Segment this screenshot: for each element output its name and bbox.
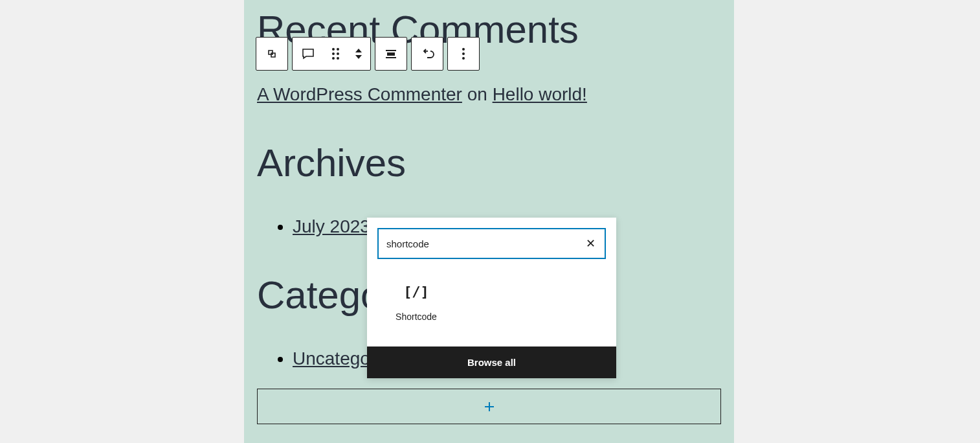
- toolbar-group-more: [447, 37, 480, 71]
- block-item-shortcode[interactable]: [/] Shortcode: [377, 275, 455, 331]
- select-parent-button[interactable]: [256, 38, 287, 70]
- svg-rect-2: [386, 57, 396, 58]
- comment-author-link[interactable]: A WordPress Commenter: [257, 84, 462, 104]
- clear-search-button[interactable]: ✕: [584, 237, 597, 250]
- svg-rect-1: [387, 52, 395, 56]
- inserter-results: [/] Shortcode: [367, 269, 616, 346]
- block-appender-button[interactable]: [257, 389, 721, 424]
- archive-link[interactable]: July 2023: [293, 216, 370, 236]
- align-icon: [383, 46, 399, 62]
- toolbar-group-link: [411, 37, 443, 71]
- close-icon: ✕: [586, 236, 596, 251]
- block-toolbar: [256, 37, 480, 71]
- align-button[interactable]: [375, 38, 406, 70]
- link-button[interactable]: [412, 38, 443, 70]
- move-arrows-icon: [355, 49, 362, 59]
- plus-icon: [482, 399, 497, 415]
- block-inserter-popover: ✕ [/] Shortcode Browse all: [367, 218, 616, 378]
- drag-handle[interactable]: [324, 38, 347, 70]
- recent-comment-item: A WordPress Commenter on Hello world!: [257, 84, 721, 105]
- block-type-button[interactable]: [293, 38, 324, 70]
- more-options-button[interactable]: [448, 38, 479, 70]
- inserter-search-box: ✕: [377, 228, 606, 259]
- block-item-label: Shortcode: [395, 312, 437, 322]
- inserter-search-input[interactable]: [386, 238, 584, 249]
- heading-archives[interactable]: Archives: [257, 141, 721, 185]
- toolbar-group-parent: [256, 37, 288, 71]
- svg-rect-0: [386, 50, 396, 51]
- drag-icon: [332, 48, 339, 60]
- toolbar-group-align: [375, 37, 407, 71]
- comment-post-link[interactable]: Hello world!: [493, 84, 587, 104]
- comment-icon: [300, 46, 316, 62]
- browse-all-button[interactable]: Browse all: [367, 346, 616, 378]
- inserter-search-container: ✕: [367, 218, 616, 269]
- comment-on-text: on: [462, 84, 493, 104]
- group-icon: [264, 46, 280, 62]
- move-up-down-button[interactable]: [347, 38, 370, 70]
- toolbar-group-block: [292, 37, 371, 71]
- more-vertical-icon: [462, 48, 465, 60]
- shortcode-icon: [/]: [403, 284, 429, 300]
- link-back-icon: [419, 46, 435, 62]
